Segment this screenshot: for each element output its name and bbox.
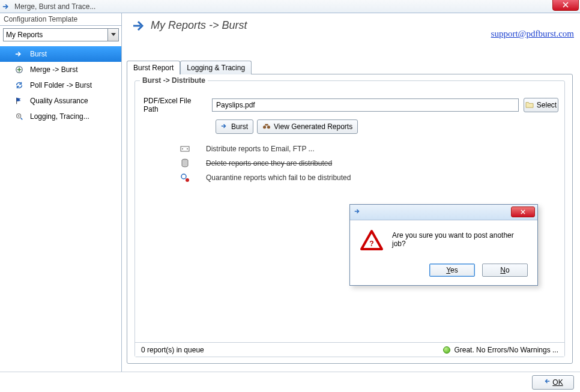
svg-point-10	[181, 174, 186, 179]
support-link[interactable]: support@pdfburst.com	[491, 29, 574, 39]
sidebar-item-burst[interactable]: Burst	[0, 46, 121, 62]
sidebar-item-label: Merge -> Burst	[30, 65, 78, 74]
no-button[interactable]: No	[482, 264, 528, 277]
option-delete: Delete reports once they are distributed	[141, 158, 558, 169]
bottom-bar: OK	[0, 372, 580, 392]
svg-text:?: ?	[369, 240, 373, 248]
queue-status: 0 report(s) in queue	[141, 346, 204, 354]
svg-point-3	[263, 125, 266, 128]
option-text: Quarantine reports which fail to be dist…	[206, 173, 351, 182]
window-close-button[interactable]	[552, 0, 579, 11]
action-buttons-row: Burst View Generated Reports	[216, 119, 558, 134]
trash-icon	[180, 158, 190, 169]
tabstrip: Burst Report Logging & Tracing	[127, 60, 573, 74]
svg-point-4	[267, 125, 270, 128]
arrow-right-icon	[14, 49, 24, 59]
sidebar-item-label: Burst	[30, 50, 47, 58]
burst-button[interactable]: Burst	[216, 119, 253, 134]
arrow-right-icon	[221, 122, 228, 131]
warning-icon: ?	[360, 230, 384, 252]
flag-icon	[14, 96, 24, 106]
sidebar-item-label: Poll Folder -> Burst	[30, 81, 92, 89]
dialog-buttons: Yes No	[350, 258, 537, 285]
gear-run-icon	[14, 112, 24, 121]
filepath-label: PDF/Excel File Path	[141, 97, 207, 113]
svg-point-2	[18, 115, 19, 116]
option-text: Delete reports once they are distributed	[206, 159, 332, 167]
select-file-button[interactable]: Select	[524, 98, 558, 112]
plus-circle-icon	[14, 65, 24, 74]
sidebar-items: Burst Merge -> Burst Poll Folder -> Burs…	[0, 45, 121, 124]
svg-point-11	[186, 178, 189, 182]
tab-logging-tracing[interactable]: Logging & Tracing	[180, 61, 252, 74]
status-ok-icon	[443, 346, 450, 354]
main-area: My Reports -> Burst support@pdfburst.com…	[122, 13, 578, 372]
arrow-right-icon	[133, 20, 146, 31]
arrow-right-icon	[354, 208, 362, 217]
quarantine-icon	[180, 172, 190, 183]
window-title: Merge, Burst and Trace...	[14, 2, 95, 11]
refresh-icon	[14, 80, 24, 90]
sidebar: Configuration Template My Reports Burst …	[0, 13, 122, 372]
template-select-value: My Reports	[6, 31, 43, 39]
sidebar-item-label: Logging, Tracing...	[30, 112, 89, 121]
status-bar: 0 report(s) in queue Great. No Errors/No…	[135, 342, 564, 357]
svg-point-7	[182, 148, 183, 149]
tab-burst-report[interactable]: Burst Report	[127, 61, 180, 74]
sidebar-item-logging-tracing[interactable]: Logging, Tracing...	[0, 109, 121, 124]
option-text: Distribute reports to Email, FTP ...	[206, 145, 315, 153]
svg-rect-5	[265, 124, 268, 125]
main-header: My Reports -> Burst support@pdfburst.com	[122, 13, 578, 43]
group-legend: Burst -> Distribute	[140, 76, 208, 85]
arrow-left-icon	[543, 378, 550, 387]
confirm-dialog: ? Are you sure you want to post another …	[349, 204, 538, 286]
dialog-message: Are you sure you want to post another jo…	[392, 230, 528, 252]
sidebar-item-poll-folder[interactable]: Poll Folder -> Burst	[0, 77, 121, 93]
status-text: Great. No Errors/No Warnings ...	[454, 346, 558, 354]
svg-point-8	[187, 148, 188, 149]
breadcrumb: My Reports -> Burst	[151, 19, 247, 32]
binoculars-icon	[262, 122, 271, 131]
filepath-row: PDF/Excel File Path Select	[141, 97, 558, 113]
distribute-icon	[180, 143, 190, 154]
sidebar-header: Configuration Template	[0, 13, 121, 26]
ok-button[interactable]: OK	[532, 375, 574, 390]
dialog-body: ? Are you sure you want to post another …	[350, 220, 537, 258]
option-distribute: Distribute reports to Email, FTP ...	[141, 143, 558, 154]
arrow-right-icon	[2, 2, 11, 11]
window-titlebar: Merge, Burst and Trace...	[0, 0, 580, 13]
option-quarantine: Quarantine reports which fail to be dist…	[141, 172, 558, 183]
sidebar-item-label: Quality Assurance	[30, 97, 88, 105]
chevron-down-icon	[107, 29, 118, 41]
sidebar-item-quality-assurance[interactable]: Quality Assurance	[0, 93, 121, 109]
sidebar-item-merge-burst[interactable]: Merge -> Burst	[0, 62, 121, 77]
yes-button[interactable]: Yes	[429, 264, 475, 277]
view-generated-reports-button[interactable]: View Generated Reports	[257, 119, 358, 134]
folder-icon	[525, 101, 534, 110]
template-select[interactable]: My Reports	[3, 28, 119, 41]
dialog-close-button[interactable]	[511, 207, 535, 217]
filepath-input[interactable]	[212, 98, 519, 112]
dialog-titlebar	[350, 205, 537, 220]
